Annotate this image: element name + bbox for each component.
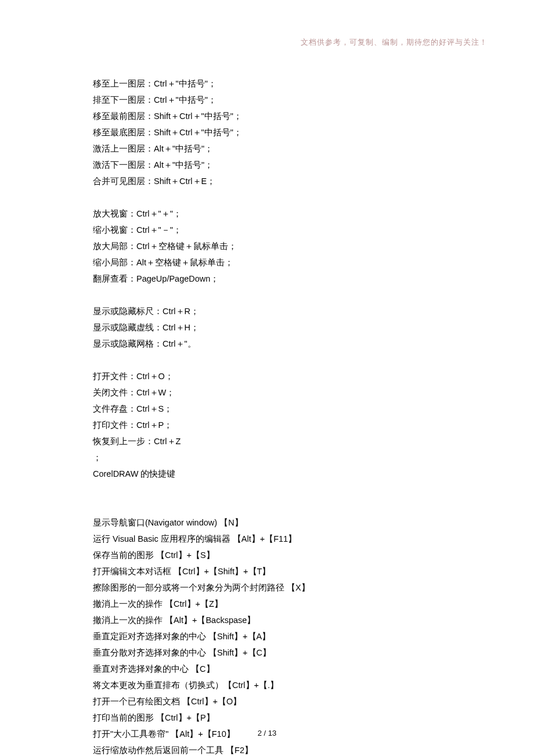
text-line: 移至最前图层：Shift＋Ctrl＋"中括号"； [93,108,459,124]
text-line: 显示或隐藏虚线：Ctrl＋H； [93,319,459,336]
text-line: 垂直定距对齐选择对象的中心 【Shift】+【A】 [93,628,459,645]
text-line: CorelDRAW 的快捷键 [93,466,459,482]
text-line: 将文本更改为垂直排布（切换式）【Ctrl】+【.】 [93,677,459,693]
text-line: 移至上一图层：Ctrl＋"中括号"； [93,75,459,92]
text-line: 移至最底图层：Shift＋Ctrl＋"中括号"； [93,124,459,141]
text-line: 合并可见图层：Shift＋Ctrl＋E； [93,173,459,189]
text-line [93,287,459,303]
text-line: 显示导航窗口(Navigator window) 【N】 [93,514,459,531]
page-number: 2 / 13 [0,729,534,737]
text-line [93,352,459,368]
text-line: 打开编辑文本对话框 【Ctrl】+【Shift】+【T】 [93,563,459,579]
text-line: 运行缩放动作然后返回前一个工具 【F2】 [93,742,459,756]
document-body: 移至上一图层：Ctrl＋"中括号"； 排至下一图层：Ctrl＋"中括号"； 移至… [93,75,459,756]
text-line: 保存当前的图形 【Ctrl】+【S】 [93,547,459,563]
text-line: ； [93,449,459,466]
text-line: 翻屏查看：PageUp/PageDown； [93,271,459,287]
text-line: 缩小视窗：Ctrl＋"－"； [93,222,459,238]
text-line [93,189,459,206]
text-line [93,498,459,514]
text-line [93,482,459,498]
text-line: 激活下一图层：Alt＋"中括号"； [93,157,459,173]
text-line: 恢复到上一步：Ctrl＋Z [93,433,459,449]
text-line: 擦除图形的一部分或将一个对象分为两个封闭路径 【X】 [93,579,459,596]
text-line: 放大局部：Ctrl＋空格键＋鼠标单击； [93,238,459,254]
text-line: 缩小局部：Alt＋空格键＋鼠标单击； [93,254,459,271]
text-line: 排至下一图层：Ctrl＋"中括号"； [93,92,459,108]
document-header-note: 文档供参考，可复制、编制，期待您的好评与关注！ [301,37,488,48]
text-line: 撤消上一次的操作 【Ctrl】+【Z】 [93,596,459,612]
text-line: 打开一个已有绘图文档 【Ctrl】+【O】 [93,693,459,710]
text-line: 垂直对齐选择对象的中心 【C】 [93,661,459,677]
text-line: 打印文件：Ctrl＋P； [93,417,459,433]
text-line: 关闭文件：Ctrl＋W； [93,384,459,401]
text-line: 撤消上一次的操作 【Alt】+【Backspase】 [93,612,459,628]
text-line: 运行 Visual Basic 应用程序的编辑器 【Alt】+【F11】 [93,531,459,547]
text-line: 垂直分散对齐选择对象的中心 【Shift】+【C】 [93,645,459,661]
text-line: 显示或隐藏网格：Ctrl＋"。 [93,336,459,352]
text-line: 打印当前的图形 【Ctrl】+【P】 [93,710,459,726]
text-line: 显示或隐藏标尺：Ctrl＋R； [93,303,459,319]
text-line: 文件存盘：Ctrl＋S； [93,401,459,417]
text-line: 激活上一图层：Alt＋"中括号"； [93,141,459,157]
text-line: 放大视窗：Ctrl＋"＋"； [93,206,459,222]
text-line: 打开文件：Ctrl＋O； [93,368,459,384]
